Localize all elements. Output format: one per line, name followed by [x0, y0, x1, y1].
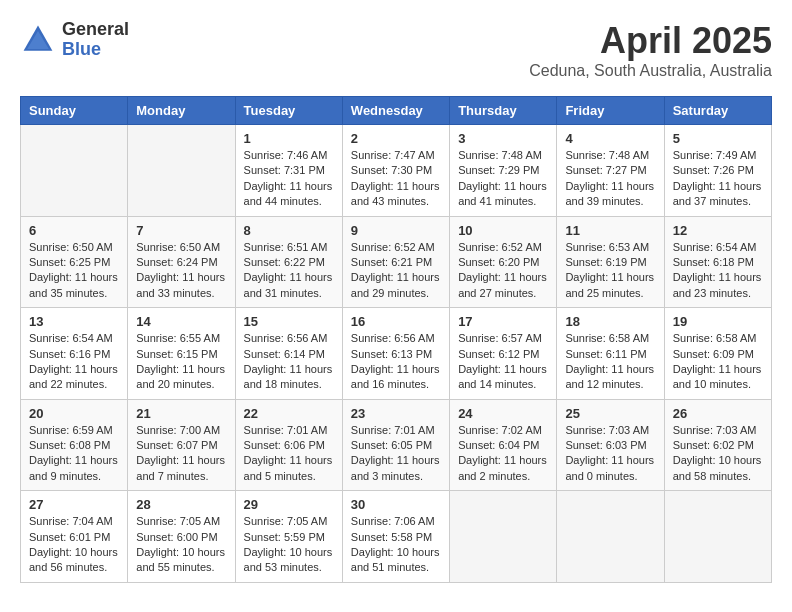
day-number: 20	[29, 406, 119, 421]
day-number: 11	[565, 223, 655, 238]
weekday-header-row: SundayMondayTuesdayWednesdayThursdayFrid…	[21, 97, 772, 125]
day-detail: Sunrise: 7:48 AM Sunset: 7:27 PM Dayligh…	[565, 148, 655, 210]
day-detail: Sunrise: 7:03 AM Sunset: 6:03 PM Dayligh…	[565, 423, 655, 485]
day-detail: Sunrise: 7:47 AM Sunset: 7:30 PM Dayligh…	[351, 148, 441, 210]
day-cell: 4Sunrise: 7:48 AM Sunset: 7:27 PM Daylig…	[557, 125, 664, 217]
day-number: 12	[673, 223, 763, 238]
day-number: 5	[673, 131, 763, 146]
day-cell: 24Sunrise: 7:02 AM Sunset: 6:04 PM Dayli…	[450, 399, 557, 491]
day-number: 30	[351, 497, 441, 512]
logo-blue-label: Blue	[62, 40, 129, 60]
week-row-5: 27Sunrise: 7:04 AM Sunset: 6:01 PM Dayli…	[21, 491, 772, 583]
day-cell: 15Sunrise: 6:56 AM Sunset: 6:14 PM Dayli…	[235, 308, 342, 400]
day-detail: Sunrise: 6:59 AM Sunset: 6:08 PM Dayligh…	[29, 423, 119, 485]
day-number: 19	[673, 314, 763, 329]
day-detail: Sunrise: 7:01 AM Sunset: 6:05 PM Dayligh…	[351, 423, 441, 485]
day-cell: 1Sunrise: 7:46 AM Sunset: 7:31 PM Daylig…	[235, 125, 342, 217]
day-cell: 13Sunrise: 6:54 AM Sunset: 6:16 PM Dayli…	[21, 308, 128, 400]
week-row-2: 6Sunrise: 6:50 AM Sunset: 6:25 PM Daylig…	[21, 216, 772, 308]
day-number: 18	[565, 314, 655, 329]
day-detail: Sunrise: 6:50 AM Sunset: 6:24 PM Dayligh…	[136, 240, 226, 302]
day-detail: Sunrise: 6:58 AM Sunset: 6:09 PM Dayligh…	[673, 331, 763, 393]
day-detail: Sunrise: 7:49 AM Sunset: 7:26 PM Dayligh…	[673, 148, 763, 210]
day-detail: Sunrise: 6:53 AM Sunset: 6:19 PM Dayligh…	[565, 240, 655, 302]
day-detail: Sunrise: 6:52 AM Sunset: 6:21 PM Dayligh…	[351, 240, 441, 302]
day-detail: Sunrise: 6:51 AM Sunset: 6:22 PM Dayligh…	[244, 240, 334, 302]
day-cell	[21, 125, 128, 217]
day-number: 26	[673, 406, 763, 421]
calendar-table: SundayMondayTuesdayWednesdayThursdayFrid…	[20, 96, 772, 583]
day-cell: 22Sunrise: 7:01 AM Sunset: 6:06 PM Dayli…	[235, 399, 342, 491]
day-cell: 9Sunrise: 6:52 AM Sunset: 6:21 PM Daylig…	[342, 216, 449, 308]
title-area: April 2025 Ceduna, South Australia, Aust…	[529, 20, 772, 80]
day-number: 9	[351, 223, 441, 238]
day-detail: Sunrise: 6:54 AM Sunset: 6:16 PM Dayligh…	[29, 331, 119, 393]
calendar-title: April 2025	[529, 20, 772, 62]
day-cell: 11Sunrise: 6:53 AM Sunset: 6:19 PM Dayli…	[557, 216, 664, 308]
day-number: 10	[458, 223, 548, 238]
day-detail: Sunrise: 6:57 AM Sunset: 6:12 PM Dayligh…	[458, 331, 548, 393]
day-cell: 16Sunrise: 6:56 AM Sunset: 6:13 PM Dayli…	[342, 308, 449, 400]
day-detail: Sunrise: 7:46 AM Sunset: 7:31 PM Dayligh…	[244, 148, 334, 210]
day-cell: 21Sunrise: 7:00 AM Sunset: 6:07 PM Dayli…	[128, 399, 235, 491]
day-cell: 10Sunrise: 6:52 AM Sunset: 6:20 PM Dayli…	[450, 216, 557, 308]
day-number: 21	[136, 406, 226, 421]
day-detail: Sunrise: 7:02 AM Sunset: 6:04 PM Dayligh…	[458, 423, 548, 485]
day-number: 22	[244, 406, 334, 421]
day-number: 28	[136, 497, 226, 512]
day-number: 13	[29, 314, 119, 329]
day-cell	[450, 491, 557, 583]
day-detail: Sunrise: 7:05 AM Sunset: 6:00 PM Dayligh…	[136, 514, 226, 576]
day-number: 14	[136, 314, 226, 329]
day-cell: 19Sunrise: 6:58 AM Sunset: 6:09 PM Dayli…	[664, 308, 771, 400]
day-number: 24	[458, 406, 548, 421]
day-detail: Sunrise: 7:03 AM Sunset: 6:02 PM Dayligh…	[673, 423, 763, 485]
day-detail: Sunrise: 6:55 AM Sunset: 6:15 PM Dayligh…	[136, 331, 226, 393]
day-number: 6	[29, 223, 119, 238]
logo-icon	[20, 22, 56, 58]
day-cell: 7Sunrise: 6:50 AM Sunset: 6:24 PM Daylig…	[128, 216, 235, 308]
header: General Blue April 2025 Ceduna, South Au…	[20, 20, 772, 80]
day-number: 25	[565, 406, 655, 421]
day-cell: 3Sunrise: 7:48 AM Sunset: 7:29 PM Daylig…	[450, 125, 557, 217]
day-cell: 18Sunrise: 6:58 AM Sunset: 6:11 PM Dayli…	[557, 308, 664, 400]
day-cell: 14Sunrise: 6:55 AM Sunset: 6:15 PM Dayli…	[128, 308, 235, 400]
day-detail: Sunrise: 6:58 AM Sunset: 6:11 PM Dayligh…	[565, 331, 655, 393]
day-detail: Sunrise: 7:00 AM Sunset: 6:07 PM Dayligh…	[136, 423, 226, 485]
day-cell: 30Sunrise: 7:06 AM Sunset: 5:58 PM Dayli…	[342, 491, 449, 583]
day-detail: Sunrise: 7:04 AM Sunset: 6:01 PM Dayligh…	[29, 514, 119, 576]
day-detail: Sunrise: 6:52 AM Sunset: 6:20 PM Dayligh…	[458, 240, 548, 302]
day-number: 7	[136, 223, 226, 238]
day-detail: Sunrise: 7:48 AM Sunset: 7:29 PM Dayligh…	[458, 148, 548, 210]
day-cell: 28Sunrise: 7:05 AM Sunset: 6:00 PM Dayli…	[128, 491, 235, 583]
day-detail: Sunrise: 7:06 AM Sunset: 5:58 PM Dayligh…	[351, 514, 441, 576]
day-number: 2	[351, 131, 441, 146]
calendar-subtitle: Ceduna, South Australia, Australia	[529, 62, 772, 80]
logo-general-label: General	[62, 20, 129, 40]
day-number: 15	[244, 314, 334, 329]
day-cell: 29Sunrise: 7:05 AM Sunset: 5:59 PM Dayli…	[235, 491, 342, 583]
day-detail: Sunrise: 7:01 AM Sunset: 6:06 PM Dayligh…	[244, 423, 334, 485]
logo: General Blue	[20, 20, 129, 60]
weekday-header-saturday: Saturday	[664, 97, 771, 125]
day-number: 4	[565, 131, 655, 146]
day-cell: 25Sunrise: 7:03 AM Sunset: 6:03 PM Dayli…	[557, 399, 664, 491]
day-cell: 5Sunrise: 7:49 AM Sunset: 7:26 PM Daylig…	[664, 125, 771, 217]
day-cell: 2Sunrise: 7:47 AM Sunset: 7:30 PM Daylig…	[342, 125, 449, 217]
day-cell: 6Sunrise: 6:50 AM Sunset: 6:25 PM Daylig…	[21, 216, 128, 308]
day-cell: 27Sunrise: 7:04 AM Sunset: 6:01 PM Dayli…	[21, 491, 128, 583]
day-number: 8	[244, 223, 334, 238]
day-cell: 12Sunrise: 6:54 AM Sunset: 6:18 PM Dayli…	[664, 216, 771, 308]
day-detail: Sunrise: 6:56 AM Sunset: 6:14 PM Dayligh…	[244, 331, 334, 393]
logo-text: General Blue	[62, 20, 129, 60]
day-number: 29	[244, 497, 334, 512]
weekday-header-friday: Friday	[557, 97, 664, 125]
day-cell: 17Sunrise: 6:57 AM Sunset: 6:12 PM Dayli…	[450, 308, 557, 400]
day-cell: 23Sunrise: 7:01 AM Sunset: 6:05 PM Dayli…	[342, 399, 449, 491]
day-detail: Sunrise: 6:56 AM Sunset: 6:13 PM Dayligh…	[351, 331, 441, 393]
weekday-header-monday: Monday	[128, 97, 235, 125]
weekday-header-thursday: Thursday	[450, 97, 557, 125]
week-row-3: 13Sunrise: 6:54 AM Sunset: 6:16 PM Dayli…	[21, 308, 772, 400]
day-cell	[128, 125, 235, 217]
day-number: 27	[29, 497, 119, 512]
